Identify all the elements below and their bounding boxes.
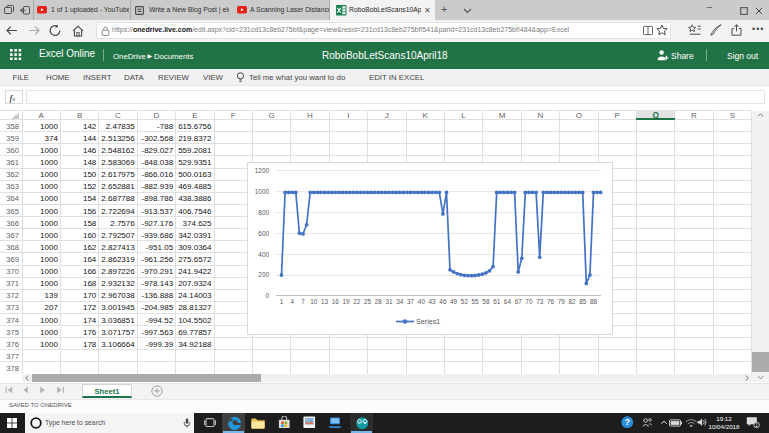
svg-text:559.2081: 559.2081 — [178, 146, 212, 155]
svg-text:146: 146 — [83, 146, 97, 155]
svg-text:76: 76 — [547, 298, 555, 305]
svg-text:2.513256: 2.513256 — [101, 134, 135, 143]
svg-text:7: 7 — [301, 298, 305, 305]
svg-text:365: 365 — [6, 207, 19, 216]
svg-text:2.687788: 2.687788 — [101, 194, 135, 203]
svg-text:-829.027: -829.027 — [142, 146, 174, 155]
svg-text:13: 13 — [321, 298, 329, 305]
svg-text:364: 364 — [6, 194, 19, 203]
svg-text:2.548162: 2.548162 — [101, 146, 135, 155]
svg-text:73: 73 — [536, 298, 544, 305]
svg-text:16: 16 — [332, 298, 340, 305]
svg-text:K: K — [423, 111, 429, 120]
svg-text:C: C — [115, 111, 121, 120]
svg-text:-898.786: -898.786 — [142, 194, 174, 203]
svg-text:37: 37 — [407, 298, 415, 305]
svg-text:104.5502: 104.5502 — [178, 316, 212, 325]
svg-text:500.0163: 500.0163 — [178, 170, 212, 179]
svg-text:400: 400 — [258, 251, 269, 258]
svg-text:19: 19 — [342, 298, 350, 305]
svg-text:3.036851: 3.036851 — [101, 316, 135, 325]
svg-text:1000: 1000 — [40, 328, 58, 337]
svg-text:?: ? — [624, 417, 629, 427]
svg-text:160: 160 — [83, 231, 97, 240]
svg-text:O: O — [576, 111, 582, 120]
svg-text:142: 142 — [83, 122, 97, 131]
svg-text:4: 4 — [291, 298, 295, 305]
svg-text:373: 373 — [6, 303, 19, 312]
svg-text:363: 363 — [6, 182, 19, 191]
svg-text:3.071757: 3.071757 — [101, 328, 135, 337]
svg-text:362: 362 — [6, 170, 19, 179]
svg-text:370: 370 — [6, 267, 19, 276]
svg-text:-970.291: -970.291 — [142, 267, 174, 276]
svg-text:406.7546: 406.7546 — [178, 207, 212, 216]
svg-text:375: 375 — [6, 328, 19, 337]
svg-text:10: 10 — [310, 298, 318, 305]
svg-text:31: 31 — [386, 298, 394, 305]
svg-text:376: 376 — [6, 340, 19, 349]
svg-text:3.106664: 3.106664 — [101, 340, 135, 349]
svg-text:150: 150 — [83, 170, 97, 179]
svg-text:70: 70 — [525, 298, 533, 305]
svg-text:2.967038: 2.967038 — [101, 291, 135, 300]
svg-text:88: 88 — [590, 298, 598, 305]
svg-text:359: 359 — [6, 134, 19, 143]
svg-text:79: 79 — [558, 298, 566, 305]
svg-text:-913.537: -913.537 — [142, 207, 174, 216]
svg-text:B: B — [77, 111, 82, 120]
svg-text:1000: 1000 — [40, 158, 58, 167]
svg-text:28: 28 — [375, 298, 383, 305]
svg-text:2.862319: 2.862319 — [101, 255, 135, 264]
svg-text:82: 82 — [568, 298, 576, 305]
svg-text:2.932132: 2.932132 — [101, 279, 135, 288]
svg-text:24.14003: 24.14003 — [178, 291, 212, 300]
svg-text:-136.888: -136.888 — [142, 291, 174, 300]
svg-text:1000: 1000 — [40, 267, 58, 276]
svg-text:366: 366 — [6, 219, 19, 228]
svg-text:22: 22 — [353, 298, 361, 305]
svg-text:-997.563: -997.563 — [142, 328, 174, 337]
svg-text:28.81327: 28.81327 — [178, 303, 212, 312]
svg-text:2.792507: 2.792507 — [101, 231, 135, 240]
svg-text:69.77857: 69.77857 — [178, 328, 212, 337]
svg-text:172: 172 — [83, 303, 97, 312]
svg-text:1000: 1000 — [40, 231, 58, 240]
svg-text:166: 166 — [83, 267, 97, 276]
svg-text:219.8372: 219.8372 — [178, 134, 212, 143]
svg-text:25: 25 — [364, 298, 372, 305]
svg-text:F: F — [231, 111, 236, 120]
svg-text:1: 1 — [280, 298, 284, 305]
svg-text:309.0364: 309.0364 — [178, 243, 212, 252]
svg-text:1000: 1000 — [255, 188, 270, 195]
svg-text:A: A — [39, 111, 45, 120]
svg-text:H: H — [307, 111, 313, 120]
svg-text:152: 152 — [83, 182, 97, 191]
svg-text:156: 156 — [83, 207, 97, 216]
svg-text:-848.038: -848.038 — [142, 158, 174, 167]
svg-text:55: 55 — [472, 298, 480, 305]
svg-text:58: 58 — [482, 298, 490, 305]
svg-text:374.625: 374.625 — [183, 219, 212, 228]
svg-text:-204.985: -204.985 — [142, 303, 174, 312]
svg-text:374: 374 — [6, 316, 19, 325]
svg-text:Series1: Series1 — [416, 317, 440, 326]
svg-text:52: 52 — [461, 298, 469, 305]
svg-text:3.001945: 3.001945 — [101, 303, 135, 312]
svg-text:374: 374 — [45, 134, 59, 143]
svg-text:43: 43 — [429, 298, 437, 305]
svg-text:1000: 1000 — [40, 255, 58, 264]
svg-text:P: P — [615, 111, 620, 120]
svg-text:372: 372 — [6, 291, 19, 300]
svg-text:1000: 1000 — [40, 170, 58, 179]
svg-text:358: 358 — [6, 122, 19, 131]
svg-text:34.92188: 34.92188 — [178, 340, 212, 349]
svg-text:-978.143: -978.143 — [142, 279, 174, 288]
svg-text:D: D — [154, 111, 160, 120]
svg-text:2.827413: 2.827413 — [101, 243, 135, 252]
svg-text:377: 377 — [6, 352, 19, 361]
svg-text:-999.39: -999.39 — [146, 340, 174, 349]
svg-text:1000: 1000 — [40, 316, 58, 325]
svg-text:2.652881: 2.652881 — [101, 182, 135, 191]
svg-text:1000: 1000 — [40, 219, 58, 228]
